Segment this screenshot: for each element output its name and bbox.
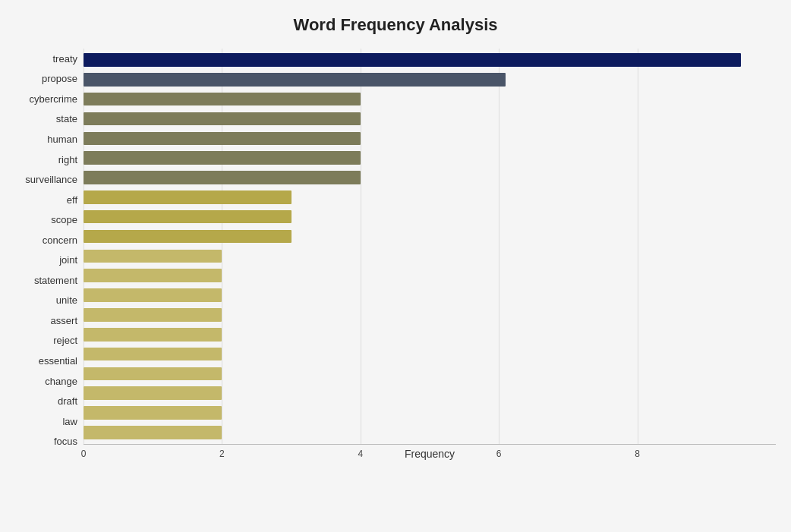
x-tick-label: 6	[496, 449, 502, 459]
bar-row	[84, 207, 776, 227]
y-axis-label: reject	[53, 335, 77, 345]
bar	[84, 93, 361, 106]
bar	[84, 269, 222, 282]
bar-row	[84, 90, 776, 109]
bar	[84, 151, 361, 165]
y-axis-label: assert	[51, 316, 77, 326]
y-axis-label: right	[58, 155, 77, 165]
y-axis-label: cybercrime	[29, 94, 77, 104]
bar	[84, 328, 222, 342]
bar-row	[84, 187, 776, 207]
bar	[84, 230, 292, 244]
bar-row	[84, 168, 776, 187]
bar-row	[84, 266, 776, 285]
bar-row	[84, 285, 776, 305]
x-axis: Frequency 02468	[84, 444, 776, 474]
y-axis-label: change	[45, 376, 77, 386]
bar-row	[84, 364, 776, 384]
bar-row	[84, 383, 776, 403]
bar	[84, 112, 361, 126]
y-axis-label: scope	[51, 215, 77, 225]
y-axis: treatyproposecybercrimestatehumanrightsu…	[15, 49, 84, 474]
chart-title: Word Frequency Analysis	[15, 15, 776, 35]
y-axis-label: eff	[67, 195, 77, 205]
bar-row	[84, 325, 776, 345]
bar	[84, 426, 222, 439]
y-axis-label: state	[56, 114, 77, 124]
bars-and-xaxis: Frequency 02468	[84, 49, 776, 474]
y-axis-label: unite	[56, 295, 77, 305]
y-axis-label: focus	[54, 436, 77, 446]
bars-wrapper	[84, 49, 776, 444]
chart-container: Word Frequency Analysis treatyproposecyb…	[0, 0, 791, 532]
y-axis-label: human	[47, 134, 77, 144]
bar-row	[84, 403, 776, 423]
x-tick-label: 2	[219, 449, 225, 459]
y-axis-label: treaty	[52, 54, 77, 64]
bar	[84, 308, 222, 322]
bar	[84, 132, 361, 146]
y-axis-label: propose	[42, 74, 77, 83]
bar-row	[84, 227, 776, 247]
y-axis-label: joint	[59, 255, 77, 265]
bar-row	[84, 345, 776, 364]
x-tick-label: 4	[358, 449, 363, 459]
bar-row	[84, 109, 776, 129]
bar	[84, 406, 222, 420]
bar-row	[84, 50, 776, 70]
y-axis-label: statement	[34, 275, 77, 285]
bar-row	[84, 148, 776, 168]
bar	[84, 386, 222, 400]
bar-row	[84, 128, 776, 148]
bar-row	[84, 305, 776, 325]
bar-row	[84, 246, 776, 266]
bar-row	[84, 70, 776, 90]
x-tick-label: 8	[635, 449, 640, 459]
y-axis-label: essential	[39, 356, 77, 366]
y-axis-label: surveillance	[25, 175, 77, 184]
bar	[84, 210, 292, 224]
y-axis-label: law	[62, 417, 77, 427]
bar	[84, 171, 361, 184]
bar	[84, 288, 222, 302]
bar	[84, 250, 222, 263]
x-axis-label: Frequency	[84, 448, 776, 460]
bar	[84, 73, 506, 87]
bar	[84, 190, 292, 204]
chart-area: treatyproposecybercrimestatehumanrightsu…	[15, 49, 776, 474]
bar	[84, 53, 741, 67]
x-tick-label: 0	[81, 449, 87, 459]
bars-area	[84, 49, 776, 444]
bar	[84, 348, 222, 361]
bar-row	[84, 423, 776, 442]
y-axis-label: draft	[58, 396, 77, 406]
bar	[84, 367, 222, 381]
y-axis-label: concern	[43, 235, 77, 245]
